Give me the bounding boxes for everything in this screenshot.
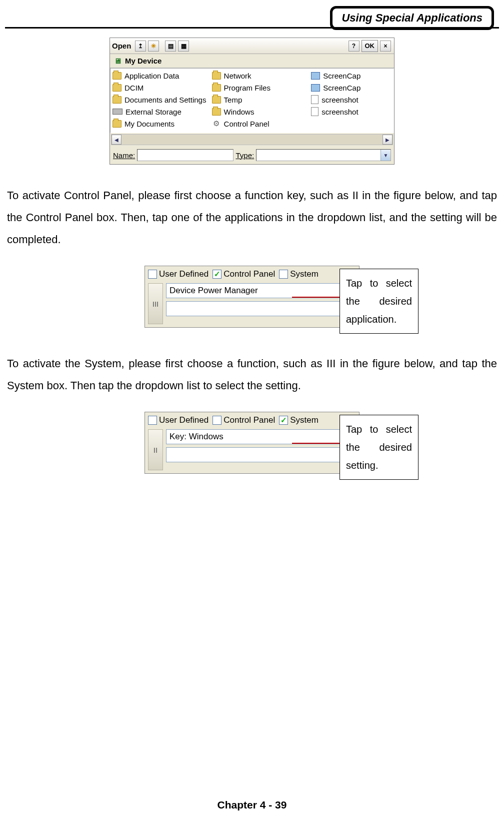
dropdown-value: Key: Windows [170, 432, 224, 442]
file-item[interactable]: My Documents [110, 118, 210, 130]
chevron-down-icon[interactable]: ▼ [380, 150, 390, 161]
checkbox-control-panel[interactable] [212, 416, 222, 425]
name-label: Name: [113, 151, 135, 160]
location-text: My Device [125, 57, 162, 65]
file-item[interactable]: screenshot [309, 94, 394, 106]
paragraph-1: To activate Control Panel, please first … [7, 185, 497, 251]
help-icon[interactable]: ? [348, 41, 360, 52]
file-item[interactable]: ScreenCap [309, 82, 394, 94]
header-title: Using Special Applications [332, 9, 492, 28]
file-item[interactable]: External Storage [110, 106, 210, 118]
page-footer: Chapter 4 - 39 [0, 799, 504, 811]
file-item[interactable]: Windows [210, 106, 310, 118]
location-bar[interactable]: 🖥 My Device [110, 54, 394, 68]
scroll-left-icon[interactable]: ◀ [112, 135, 122, 145]
folder-icon [212, 108, 221, 116]
file-item[interactable]: Program Files [210, 82, 310, 94]
blank-field[interactable] [166, 447, 356, 462]
callout-box: Tap to select the desired setting. [340, 415, 418, 480]
folder-icon [112, 72, 122, 80]
open-dialog-titlebar: Open ↥ ✳ ▤ ▦ ? OK × [110, 38, 394, 54]
file-icon [311, 95, 318, 104]
folder-icon [212, 72, 221, 80]
header-divider [5, 27, 499, 29]
blank-field[interactable] [166, 301, 356, 316]
folder-icon [212, 96, 221, 104]
callout-box: Tap to select the desired application. [340, 269, 418, 334]
file-item[interactable]: Documents and Settings [110, 94, 210, 106]
horizontal-scrollbar[interactable]: ◀ ▶ [111, 134, 393, 145]
file-icon [311, 107, 318, 116]
control-panel-icon: ⚙ [212, 119, 221, 128]
file-item[interactable]: ⚙Control Panel [210, 118, 310, 130]
view-list-icon[interactable]: ▤ [165, 41, 176, 52]
open-dialog: Open ↥ ✳ ▤ ▦ ? OK × 🖥 My Device Applicat… [110, 38, 394, 165]
checkbox-system[interactable] [279, 270, 288, 279]
folder-icon [212, 84, 221, 92]
device-icon: 🖥 [113, 57, 122, 66]
drive-icon [112, 109, 122, 115]
side-tab[interactable]: III [148, 283, 163, 324]
checkbox-user-defined[interactable] [148, 416, 157, 425]
checkbox-row: User Defined ✓Control Panel System [145, 266, 359, 283]
file-item[interactable]: DCIM [110, 82, 210, 94]
image-icon [311, 72, 320, 80]
new-folder-icon[interactable]: ✳ [148, 41, 159, 52]
file-item[interactable]: Network [210, 70, 310, 82]
checkbox-user-defined[interactable] [148, 270, 157, 279]
view-details-icon[interactable]: ▦ [178, 41, 189, 52]
file-list: Application Data DCIM Documents and Sett… [110, 68, 394, 133]
dropdown-value: Device Power Manager [170, 286, 258, 296]
type-combo[interactable]: ▼ [256, 149, 391, 161]
type-label: Type: [236, 151, 254, 160]
side-tab[interactable]: II [148, 429, 163, 470]
name-input[interactable] [137, 149, 234, 161]
scroll-track[interactable] [122, 135, 382, 145]
callout-line [292, 297, 340, 298]
checkbox-system[interactable]: ✓ [279, 416, 288, 425]
file-item[interactable]: Temp [210, 94, 310, 106]
close-icon[interactable]: × [380, 41, 391, 52]
open-dialog-title: Open [112, 42, 131, 50]
checkbox-row: User Defined Control Panel ✓System [145, 412, 359, 429]
up-folder-icon[interactable]: ↥ [135, 41, 146, 52]
paragraph-2: To activate the System, please first cho… [7, 353, 497, 397]
callout-line [292, 443, 340, 444]
image-icon [311, 84, 320, 92]
scroll-right-icon[interactable]: ▶ [382, 135, 392, 145]
file-item[interactable]: screenshot [309, 106, 394, 118]
setting-dropdown[interactable]: Key: Windows ▼ [166, 429, 356, 444]
folder-icon [112, 96, 122, 104]
file-item[interactable]: Application Data [110, 70, 210, 82]
filename-row: Name: Type: ▼ [110, 146, 394, 164]
header-badge: Using Special Applications [330, 6, 494, 30]
ok-button[interactable]: OK [362, 40, 378, 52]
checkbox-control-panel[interactable]: ✓ [212, 270, 222, 279]
application-dropdown[interactable]: Device Power Manager ▼ [166, 283, 356, 298]
file-item[interactable]: ScreenCap [309, 70, 394, 82]
folder-icon [112, 84, 122, 92]
folder-icon [112, 120, 122, 128]
